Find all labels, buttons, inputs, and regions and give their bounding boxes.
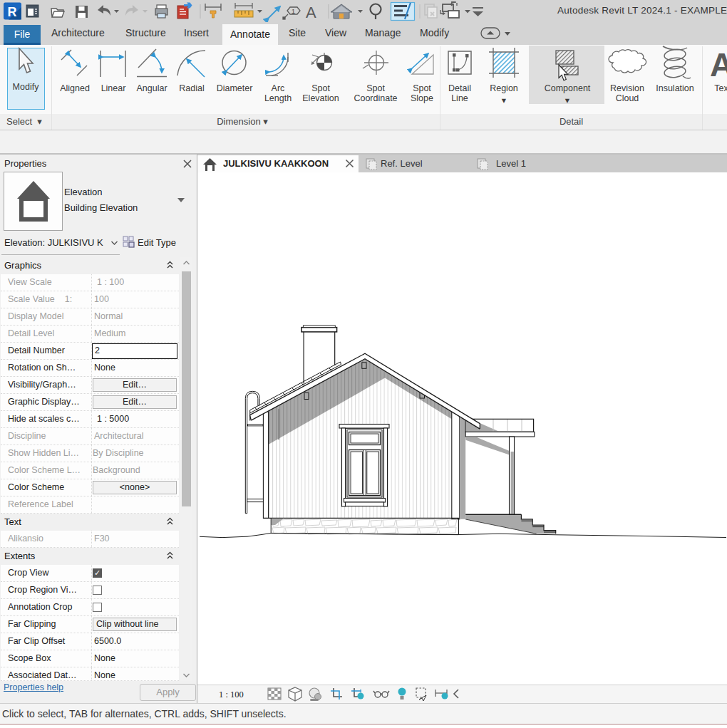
svg-text:R: R [8, 5, 17, 19]
svg-text:A: A [710, 46, 727, 83]
svg-text:1: 1 [292, 8, 295, 15]
svg-text:A: A [306, 4, 316, 21]
